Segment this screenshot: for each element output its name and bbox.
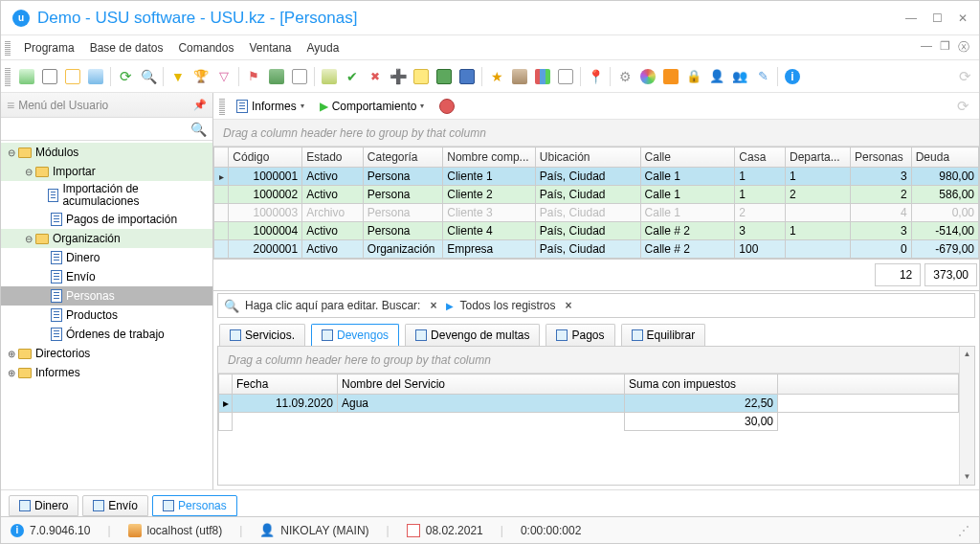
tree-node-envio[interactable]: Envío: [1, 267, 212, 286]
tree-node-dinero[interactable]: Dinero: [1, 248, 212, 267]
col-departa[interactable]: Departa...: [786, 147, 851, 168]
grid-row[interactable]: ▸1000001ActivoPersonaCliente 1País, Ciud…: [214, 168, 979, 186]
sidebar-search[interactable]: 🔍: [1, 118, 212, 141]
tool-image-icon[interactable]: [266, 66, 287, 87]
tab-servicios[interactable]: Servicios.: [219, 324, 305, 346]
informes-dropdown[interactable]: Informes▾: [231, 98, 310, 115]
tree-node-personas[interactable]: Personas: [1, 286, 212, 306]
tool-trophy-icon[interactable]: 🏆: [190, 66, 212, 87]
tool-note-icon[interactable]: [411, 66, 432, 87]
tool-info-icon[interactable]: i: [782, 66, 803, 87]
col-categoria[interactable]: Categoría: [363, 147, 442, 168]
tool-flag-icon[interactable]: ⚑: [243, 66, 264, 87]
tree-node-importar[interactable]: ⊖Importar: [1, 162, 212, 181]
tree-node-imp-pagos[interactable]: Pagos de importación: [1, 210, 212, 229]
grid-row[interactable]: 1000002ActivoPersonaCliente 2País, Ciuda…: [214, 186, 979, 204]
tool-icon-4[interactable]: [85, 66, 106, 87]
tool-doc-icon[interactable]: [289, 66, 310, 87]
mdi-close-button[interactable]: ⓧ: [958, 39, 969, 56]
menu-basededatos[interactable]: Base de datos: [82, 38, 171, 57]
main-grid[interactable]: Código Estado Categoría Nombre comp... U…: [213, 147, 979, 291]
tool-sync-icon[interactable]: ⟳: [954, 66, 975, 87]
tool-box-icon[interactable]: [509, 66, 530, 87]
tree-node-organizacion[interactable]: ⊖Organización: [1, 229, 212, 248]
dcol-fecha[interactable]: Fecha: [233, 374, 338, 395]
content-toolbar-grip[interactable]: [219, 98, 225, 115]
scroll-up-icon[interactable]: ▲: [960, 347, 974, 362]
col-nombre[interactable]: Nombre comp...: [443, 147, 536, 168]
tool-color-icon[interactable]: [637, 66, 658, 87]
tab-equilibrar[interactable]: Equilibrar: [621, 324, 706, 346]
detail-scrollbar[interactable]: ▲ ▼: [959, 347, 974, 485]
menu-programa[interactable]: Programa: [16, 38, 82, 57]
tree-node-imp-acum[interactable]: Importación de acumulaciones: [1, 181, 212, 210]
mdi-minimize-button[interactable]: —: [921, 39, 932, 56]
ws-tab-personas[interactable]: Personas: [152, 495, 237, 516]
filter-clear-icon[interactable]: ×: [430, 299, 436, 312]
detail-row[interactable]: ▸ 11.09.2020 Agua 22,50: [219, 395, 959, 413]
tool-open-icon[interactable]: [39, 66, 60, 87]
menu-ventana[interactable]: Ventana: [241, 38, 299, 57]
tool-users-icon[interactable]: 👥: [729, 66, 750, 87]
comportamiento-dropdown[interactable]: ▶ Comportamiento▾: [314, 98, 431, 115]
dcol-nombre[interactable]: Nombre del Servicio: [338, 374, 625, 395]
dcol-suma[interactable]: Suma con impuestos: [625, 374, 778, 395]
filter-bar[interactable]: 🔍 Haga clic aquí para editar. Buscar: × …: [217, 293, 975, 318]
tool-gear-icon[interactable]: ⚙: [614, 66, 635, 87]
group-header-main[interactable]: Drag a column header here to group by th…: [213, 120, 979, 147]
detail-grid[interactable]: Fecha Nombre del Servicio Suma con impue…: [218, 374, 959, 431]
tool-pin-icon[interactable]: 📍: [585, 66, 606, 87]
tool-refresh-icon[interactable]: ⟳: [115, 66, 136, 87]
minimize-button[interactable]: —: [905, 11, 917, 25]
close-button[interactable]: ✕: [958, 11, 968, 25]
tool-search-icon[interactable]: 🔍: [138, 66, 159, 87]
col-ubicacion[interactable]: Ubicación: [535, 147, 640, 168]
menu-comandos[interactable]: Comandos: [170, 38, 241, 57]
grid-row[interactable]: 1000004ActivoPersonaCliente 4País, Ciuda…: [214, 222, 979, 240]
tree-node-informes[interactable]: ⊕Informes: [1, 363, 212, 382]
tool-excel-icon[interactable]: [434, 66, 455, 87]
tool-lock-icon[interactable]: 🔒: [683, 66, 704, 87]
toolbar-grip[interactable]: [5, 67, 11, 86]
sidebar-menu-icon[interactable]: ≡: [7, 98, 14, 113]
sidebar-pin-icon[interactable]: 📌: [193, 99, 207, 111]
grid-row[interactable]: 1000003ArchivoPersonaCliente 3País, Ciud…: [214, 204, 979, 222]
content-sync-icon[interactable]: ⟳: [952, 96, 973, 117]
tree-node-modulos[interactable]: ⊖Módulos: [1, 143, 212, 162]
tool-edit-icon[interactable]: [62, 66, 83, 87]
grid-row[interactable]: 2000001ActivoOrganizaciónEmpresaPaís, Ci…: [214, 240, 979, 259]
col-deuda[interactable]: Deuda: [911, 147, 978, 168]
tool-funnel-icon[interactable]: ▽: [213, 66, 234, 87]
tool-star-icon[interactable]: ★: [486, 66, 507, 87]
tool-user-icon[interactable]: 👤: [706, 66, 727, 87]
col-codigo[interactable]: Código: [229, 147, 302, 168]
col-casa[interactable]: Casa: [735, 147, 786, 168]
tab-pagos[interactable]: Pagos: [546, 324, 614, 346]
col-calle[interactable]: Calle: [640, 147, 735, 168]
mdi-restore-button[interactable]: ❐: [940, 39, 950, 56]
tool-cancel-icon[interactable]: ✖: [365, 66, 386, 87]
tree-node-directorios[interactable]: ⊕Directorios: [1, 344, 212, 363]
menubar-grip[interactable]: [5, 40, 11, 56]
col-estado[interactable]: Estado: [302, 147, 364, 168]
tab-devengo-multas[interactable]: Devengo de multas: [405, 324, 540, 346]
tool-import-icon[interactable]: [319, 66, 340, 87]
tool-brush-icon[interactable]: ✎: [752, 66, 773, 87]
filter-chevron-icon[interactable]: ▶: [446, 301, 454, 311]
status-resize-grip[interactable]: ⋰: [958, 524, 969, 537]
tool-word-icon[interactable]: [457, 66, 478, 87]
tool-filter-icon[interactable]: ▼: [167, 66, 189, 87]
tool-chart-icon[interactable]: [532, 66, 553, 87]
col-personas[interactable]: Personas: [851, 147, 912, 168]
scroll-down-icon[interactable]: ▼: [960, 469, 974, 485]
filter-clear-all-icon[interactable]: ×: [566, 299, 572, 312]
ws-tab-envio[interactable]: Envío: [82, 495, 148, 516]
tool-calendar-icon[interactable]: [555, 66, 576, 87]
ws-tab-dinero[interactable]: Dinero: [9, 495, 78, 516]
tool-check-icon[interactable]: ✔: [342, 66, 363, 87]
tool-rss-icon[interactable]: [660, 66, 681, 87]
tree-node-productos[interactable]: Productos: [1, 306, 212, 325]
maximize-button[interactable]: ☐: [932, 11, 943, 25]
tool-add-icon[interactable]: ➕: [388, 66, 409, 87]
menu-ayuda[interactable]: Ayuda: [300, 38, 347, 57]
